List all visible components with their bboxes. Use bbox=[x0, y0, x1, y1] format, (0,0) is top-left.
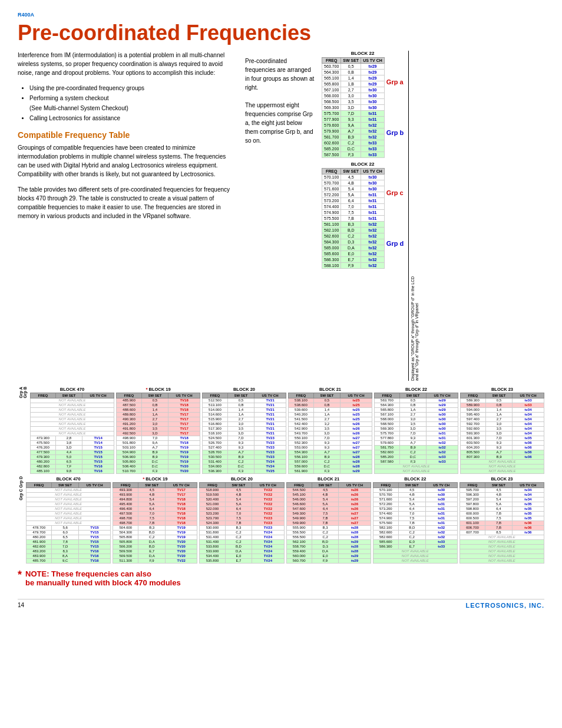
footer-brand: LECTROSONICS, INC. bbox=[465, 602, 544, 609]
table-row: 575.5007,Btv31 bbox=[373, 521, 457, 525]
table-row: 541.5002,7tv25 bbox=[289, 417, 372, 421]
table-row: 480.2006,5TV15 bbox=[27, 535, 111, 539]
table-row: 567.1002,7tv30 bbox=[322, 87, 385, 93]
table-row: 567.1002,7tv30 bbox=[375, 412, 458, 417]
grp-d-label: Grp d bbox=[386, 218, 404, 269]
table-row: 501.8009,ATV18 bbox=[117, 440, 200, 445]
table-row: 490.3002,7TV17 bbox=[117, 417, 200, 421]
table-row: 546.0005,4tv26 bbox=[286, 497, 371, 502]
block23-top-table: FREQSW SETUS TV CH 589.3000,5tv33 589.90… bbox=[460, 393, 544, 474]
table-row: 595.4001,Atv34 bbox=[461, 412, 544, 417]
table-row: 598.8006,4tv35 bbox=[459, 506, 544, 511]
block22-top-large-title: BLOCK 22 bbox=[374, 387, 458, 392]
table-row: NOT AVAILABLE bbox=[373, 558, 457, 563]
table-row: 506.900B,9TV19 bbox=[117, 454, 200, 459]
block470-bottom-table: FREQSW SETUS TV CH NOT AVAILABLE NOT AVA… bbox=[26, 482, 111, 564]
table-row: 597.8005,Atv35 bbox=[459, 502, 544, 506]
footer-page-number: 14 bbox=[18, 602, 24, 608]
table-row: 550.1007,Dtv27 bbox=[289, 436, 372, 440]
table-row: 601.3007,Dtv35 bbox=[461, 436, 544, 440]
freq-header: FREQ bbox=[322, 168, 341, 174]
table-row: 602.600C,2tv33 bbox=[322, 140, 385, 146]
table-row: 565.1001,4tv29 bbox=[322, 75, 385, 81]
mid-text-2: The uppermost eight frequencies comprise… bbox=[245, 101, 316, 145]
table-row: 549.9007,Btv27 bbox=[286, 516, 371, 521]
table-row: 495.4005,ATV18 bbox=[113, 502, 197, 506]
table-row: 589.3000,5tv33 bbox=[461, 398, 544, 403]
block20-bottom-table: FREQSW SETUS TV CH 518.9004,5TV22 519.50… bbox=[199, 482, 284, 564]
table-row: 509.500E,7TV20 bbox=[113, 549, 197, 554]
table-row: 547.6006,4tv26 bbox=[286, 506, 371, 511]
table-row: 604.2009,3tv36 bbox=[461, 445, 544, 450]
table-row: 596.3004,Btv34 bbox=[459, 492, 544, 497]
table-row: NOT AVAILABLE bbox=[31, 417, 114, 421]
table-row: 530.500B,9TV23 bbox=[203, 454, 286, 459]
table-row: 582.600C,2tv32 bbox=[322, 233, 385, 239]
table-row: 571.6005,4tv30 bbox=[322, 186, 385, 192]
table-row: 512.5000,5TV21 bbox=[203, 398, 286, 403]
vertical-label-area: Displayed as "GROUP a" through "GROUP d"… bbox=[408, 51, 419, 381]
table-row: NOT AVAILABLE bbox=[459, 535, 544, 539]
table-row: 497.5007,0TV18 bbox=[113, 511, 197, 516]
table-row: 573.2006,4tv31 bbox=[373, 506, 457, 511]
table-row: 511.300F,9TV22 bbox=[113, 558, 197, 563]
table-row: 581.750B,9tv32 bbox=[375, 445, 458, 450]
footer: 14 LECTROSONICS, INC. bbox=[18, 599, 544, 609]
table-row: 585.600E,0tv33 bbox=[373, 539, 457, 544]
table-row: 579.600A,7tv32 bbox=[375, 440, 458, 445]
table-row: 572.2005,Atv31 bbox=[373, 502, 457, 506]
grp-cd-side-label: Grp C Grp D bbox=[18, 476, 24, 500]
grp-cd-labels: Grp c Grp d bbox=[386, 168, 404, 269]
table-row: 539.6001,4tv25 bbox=[289, 407, 372, 412]
table-row: 542.4003,2tv26 bbox=[289, 421, 372, 426]
table-row: 584.300D,3tv32 bbox=[322, 239, 385, 245]
block21-top-title: BLOCK 21 bbox=[288, 387, 372, 392]
table-row: 515.9002,7TV21 bbox=[203, 417, 286, 421]
table-row: 557.000C,2tv28 bbox=[289, 459, 372, 464]
table-row: 493.9004,BTV17 bbox=[113, 492, 197, 497]
table-row: NOT AVAILABLE bbox=[459, 554, 544, 558]
table-row: NOT AVAILABLE bbox=[27, 516, 111, 521]
table-row: NOT AVAILABLE bbox=[31, 412, 114, 417]
table-row: 523.7007,5TV23 bbox=[200, 516, 284, 521]
large-tables-section: Grp A Grp B BLOCK 470 FREQSW SETUS TV CH… bbox=[18, 387, 544, 564]
large-tables-row-2: Grp C Grp D BLOCK 470 FREQSW SETUS TV CH… bbox=[18, 476, 544, 564]
page: R400A Pre-coordinated Frequencies Interf… bbox=[0, 0, 562, 728]
table-row: 582.600C,2tv32 bbox=[373, 535, 457, 539]
table-row: NOT AVAILABLE bbox=[373, 554, 457, 558]
table-row: 568.0003,0tv30 bbox=[322, 93, 385, 98]
table-row: NOT AVAILABLE bbox=[31, 398, 114, 403]
table-row: 559.400D,Atv28 bbox=[286, 549, 371, 554]
vertical-label: Displayed as "GROUP a" through "GROUP d"… bbox=[411, 51, 419, 381]
table-row: 587.580F,3tv33 bbox=[375, 459, 458, 464]
table-row: 505.800D,CTV19 bbox=[117, 459, 200, 464]
block23-top: BLOCK 23 FREQSW SETUS TV CH 589.3000,5tv… bbox=[460, 387, 544, 474]
table-row: 535.800E,7TV24 bbox=[200, 558, 284, 563]
block22-top-table-area: FREQ SW SET US TV CH 563.7000,5tv29 564.… bbox=[322, 57, 404, 158]
block22-tables: BLOCK 22 FREQ SW SET US TV CH bbox=[322, 51, 404, 269]
table-row: 520.4005,4TV22 bbox=[200, 497, 284, 502]
grp-ab-labels: Grp a Grp b bbox=[386, 57, 404, 158]
grp-ab-side-label: Grp A Grp B bbox=[18, 387, 28, 398]
table-row: 597.4002,7tv34 bbox=[461, 417, 544, 421]
table-row: 579.900A,7tv32 bbox=[322, 128, 385, 134]
table-row: 528.700A,7TV23 bbox=[203, 450, 286, 454]
table-row: 522.0006,4TV22 bbox=[200, 506, 284, 511]
left-column: Interference from IM (intermodulation) i… bbox=[18, 51, 236, 381]
table-row: 554.300A,7tv27 bbox=[289, 450, 372, 454]
table-row: NOT AVAILABLE bbox=[27, 487, 111, 492]
table-row: 531.400C,2TV24 bbox=[200, 535, 284, 539]
table-row: NOT AVAILABLE bbox=[31, 431, 114, 436]
block22-bottom-large-table: FREQSW SETUS TV CH 570.1004,5tv30 570.70… bbox=[373, 482, 458, 564]
block21-bottom-table: FREQSW SETUS TV CH 544.5004,5tv26 545.10… bbox=[286, 482, 371, 564]
block23-bottom-table: FREQSW SETUS TV CH 595.7004,5tv34 596.30… bbox=[459, 482, 544, 564]
mid-text-1: Pre-coordinated frequencies are arranged… bbox=[245, 57, 316, 92]
table-row: NOT AVAILABLE bbox=[375, 469, 458, 473]
note-text: NOTE: These frequencies can also be manu… bbox=[25, 569, 181, 587]
table-row: 510.700F,3TV20 bbox=[117, 469, 200, 473]
block470-top-table: FREQSW SETUS TV CH NOT AVAILABLE NOT AVA… bbox=[30, 393, 114, 474]
table-row: 493.3004,5TV17 bbox=[113, 487, 197, 492]
table-row: 579.6009,Atv32 bbox=[322, 122, 385, 128]
table-row: 595.7004,5tv34 bbox=[459, 487, 544, 492]
table-row: NOT AVAILABLE bbox=[31, 426, 114, 431]
